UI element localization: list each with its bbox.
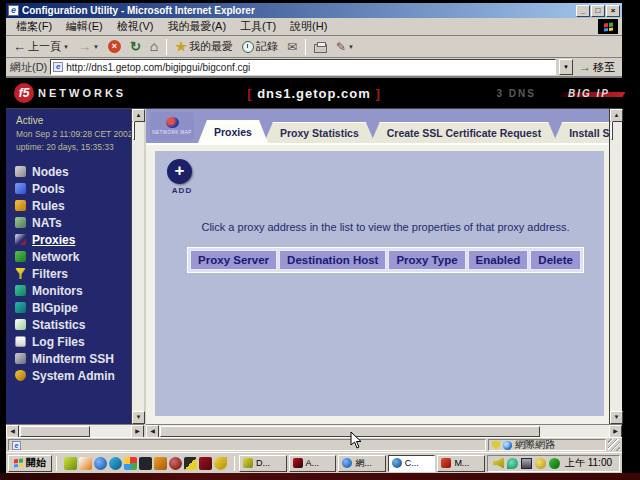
sidebar-item-network[interactable]: Network <box>6 248 131 265</box>
main-horizontal-scrollbar[interactable]: ◀ ▶ <box>146 424 622 437</box>
stop-button[interactable]: × <box>105 39 124 54</box>
go-button[interactable]: → 移至 <box>576 60 618 75</box>
system-status-block: Active Mon Sep 2 11:09:28 CET 2002 uptim… <box>6 109 131 163</box>
url-text: http://dns1.getop.com/bigipgui/bigconf.c… <box>66 62 250 73</box>
taskbar-separator <box>56 456 57 471</box>
scrollbar-thumb[interactable] <box>20 426 90 437</box>
task-button-5[interactable]: M... <box>437 455 485 472</box>
start-button[interactable]: 開始 <box>8 455 52 472</box>
sidebar-item-filters[interactable]: Filters <box>6 265 131 282</box>
sidebar-item-statistics[interactable]: Statistics <box>6 316 131 333</box>
desktop-screen: e Configuration Utility - Microsoft Inte… <box>6 3 622 473</box>
menu-help[interactable]: 說明(H) <box>284 18 333 35</box>
quick-launch-icon[interactable] <box>79 457 92 470</box>
task-button-4-active[interactable]: C... <box>388 455 436 472</box>
minimize-button[interactable]: _ <box>576 5 590 17</box>
quick-launch-icon[interactable] <box>154 457 167 470</box>
taskbar-clock[interactable]: 上午 11:00 <box>563 456 614 470</box>
quick-launch-icon[interactable] <box>64 457 77 470</box>
window-title: Configuration Utility - Microsoft Intern… <box>22 5 576 16</box>
back-button[interactable]: ← 上一頁 ▼ <box>10 38 72 55</box>
menu-favorites[interactable]: 我的最愛(A) <box>161 18 232 35</box>
edit-dropdown-icon[interactable]: ▼ <box>348 44 354 50</box>
edit-button[interactable]: ✎ ▼ <box>333 39 357 55</box>
pools-icon <box>15 183 26 194</box>
sidebar-horizontal-scrollbar[interactable]: ◀ ▶ <box>6 424 144 437</box>
quick-launch-icon[interactable] <box>184 457 197 470</box>
nav-sidebar: Active Mon Sep 2 11:09:28 CET 2002 uptim… <box>6 109 131 424</box>
quick-launch-icon[interactable] <box>94 457 107 470</box>
menu-tools[interactable]: 工具(T) <box>234 18 282 35</box>
proxies-panel: + ADD Click a proxy address in the list … <box>155 151 604 416</box>
history-button[interactable]: 記錄 <box>239 38 281 55</box>
zone-label: 網際網路 <box>515 438 555 452</box>
task-button-1[interactable]: D... <box>239 455 287 472</box>
maximize-button[interactable]: □ <box>591 5 605 17</box>
address-input[interactable]: e http://dns1.getop.com/bigipgui/bigconf… <box>50 59 556 75</box>
display-icon[interactable] <box>521 458 532 469</box>
sidebar-item-bigpipe[interactable]: BIGpipe <box>6 299 131 316</box>
sidebar-item-rules[interactable]: Rules <box>6 197 131 214</box>
title-bar[interactable]: e Configuration Utility - Microsoft Inte… <box>6 3 622 18</box>
home-button[interactable]: ⌂ <box>147 39 161 54</box>
tray-app-icon[interactable] <box>535 458 546 469</box>
nats-icon <box>15 217 26 228</box>
network-map-label: NETWORK MAP <box>152 130 192 135</box>
volume-icon[interactable] <box>493 458 504 469</box>
task-button-2[interactable]: A... <box>289 455 337 472</box>
resize-grip[interactable] <box>608 439 620 451</box>
scrollbar-thumb[interactable] <box>133 121 135 140</box>
status-message-area: e <box>8 439 486 451</box>
quick-launch-icon[interactable] <box>199 457 212 470</box>
menu-view[interactable]: 檢視(V) <box>111 18 160 35</box>
favorites-button[interactable]: ★ 我的最愛 <box>172 38 236 55</box>
sidebar-item-log-files[interactable]: Log Files <box>6 333 131 350</box>
sidebar-item-mindterm-ssh[interactable]: Mindterm SSH <box>6 350 131 367</box>
sidebar-item-pools[interactable]: Pools <box>6 180 131 197</box>
menu-edit[interactable]: 編輯(E) <box>60 18 109 35</box>
bracket-right: ] <box>375 86 380 101</box>
refresh-button[interactable]: ↻ <box>127 39 144 54</box>
add-proxy-button[interactable]: + <box>167 159 192 184</box>
home-icon: ⌂ <box>150 40 158 53</box>
sidebar-vertical-scrollbar[interactable]: ▲ ▼ <box>131 109 144 424</box>
sidebar-item-system-admin[interactable]: System Admin <box>6 367 131 384</box>
column-header-proxy-type: Proxy Type <box>388 250 465 270</box>
scrollbar-thumb[interactable] <box>611 121 613 140</box>
quick-launch-icon[interactable] <box>124 457 137 470</box>
back-dropdown-icon[interactable]: ▼ <box>63 44 69 50</box>
tray-app-icon[interactable] <box>549 458 560 469</box>
quick-launch-icon[interactable] <box>214 457 227 470</box>
mail-button[interactable]: ✉ <box>284 39 300 55</box>
task-button-3[interactable]: 網... <box>338 455 386 472</box>
bigpipe-icon <box>15 302 26 313</box>
address-dropdown-button[interactable]: ▼ <box>559 59 573 75</box>
tab-proxy-statistics[interactable]: Proxy Statistics <box>264 122 375 143</box>
print-button[interactable] <box>311 40 330 54</box>
sidebar-item-nats[interactable]: NATs <box>6 214 131 231</box>
main-vertical-scrollbar[interactable]: ▲ ▼ <box>609 109 622 424</box>
network-map-button[interactable]: NETWORK MAP <box>150 112 194 140</box>
tab-install-ssl-certificate[interactable]: Install SSL Certifi <box>553 122 609 143</box>
sidebar-item-proxies[interactable]: Proxies <box>6 231 131 248</box>
forward-button[interactable]: → ▼ <box>75 39 102 54</box>
internet-globe-icon <box>503 441 512 450</box>
tab-create-ssl-certificate-request[interactable]: Create SSL Certificate Request <box>371 122 557 143</box>
sidebar-item-nodes[interactable]: Nodes <box>6 163 131 180</box>
status-active: Active <box>16 115 131 126</box>
scroll-down-icon[interactable]: ▼ <box>610 411 623 424</box>
status-datetime: Mon Sep 2 11:09:28 CET 2002 <box>16 129 131 139</box>
quick-launch-icon[interactable] <box>109 457 122 470</box>
close-button[interactable]: × <box>606 5 620 17</box>
sidebar-item-monitors[interactable]: Monitors <box>6 282 131 299</box>
quick-launch-icon[interactable] <box>169 457 182 470</box>
tab-proxies[interactable]: Proxies <box>198 120 268 143</box>
mindterm-ssh-icon <box>15 353 26 364</box>
menu-file[interactable]: 檔案(F) <box>10 18 58 35</box>
forward-dropdown-icon[interactable]: ▼ <box>93 44 99 50</box>
messenger-icon[interactable] <box>507 458 518 469</box>
scroll-down-icon[interactable]: ▼ <box>132 411 145 424</box>
capture-border <box>0 473 640 480</box>
frames-area: Active Mon Sep 2 11:09:28 CET 2002 uptim… <box>6 108 622 437</box>
quick-launch-icon[interactable] <box>139 457 152 470</box>
